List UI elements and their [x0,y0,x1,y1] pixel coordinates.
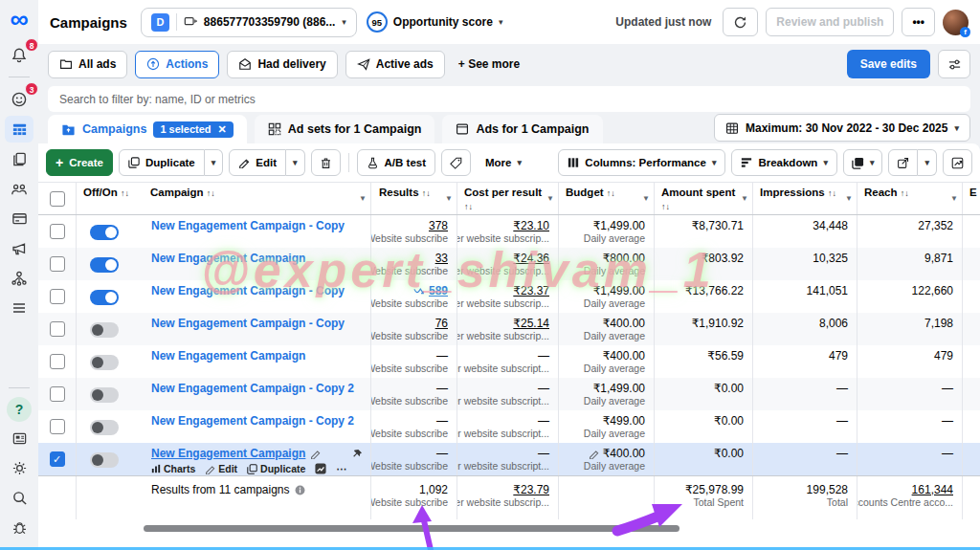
campaign-toggle[interactable] [90,225,119,240]
delete-button[interactable] [311,149,341,176]
sidebar-item-campaigns[interactable] [5,116,33,143]
table-row[interactable]: New Engagement Campaign 33 Website subsc… [38,248,980,280]
campaign-toggle[interactable] [90,322,119,338]
footer-reach-total[interactable]: 161,344 [912,483,953,496]
account-overview-icon[interactable]: 3 [5,86,33,112]
sidebar-item-audiences-icon[interactable] [5,176,33,202]
footer-cost-total[interactable]: ₹23.79 [513,483,549,496]
all-tools-menu-icon[interactable] [5,295,33,320]
date-range-selector[interactable]: Maximum: 30 Nov 2022 - 30 Dec 2025 ▾ [714,114,970,142]
campaign-name-link[interactable]: New Engagement Campaign [151,349,305,363]
cost-per-result-value[interactable]: ₹23.37 [513,284,549,297]
save-edits-button[interactable]: Save edits [847,50,930,78]
row-checkbox[interactable] [50,289,65,304]
info-icon[interactable] [295,485,305,495]
cost-per-result-value[interactable]: ₹24.36 [513,252,549,265]
sidebar-item-billing-icon[interactable] [5,206,33,231]
table-row[interactable]: ✓ New Engagement Campaign Charts Edit Du… [38,443,980,475]
row-checkbox[interactable] [50,386,65,402]
edit-dropdown[interactable]: ▾ [286,149,305,176]
review-and-publish-button[interactable]: Review and publish [766,8,894,36]
clear-selection-icon[interactable]: ✕ [218,123,227,136]
news-icon[interactable] [5,426,33,451]
filter-had-delivery[interactable]: Had delivery [227,51,337,78]
row-duplicate-button[interactable]: Duplicate [247,463,305,474]
tab-ads[interactable]: Ads for 1 Campaign [442,115,602,143]
campaign-name-link[interactable]: New Engagement Campaign - Copy 2 [151,382,354,395]
horizontal-scrollbar[interactable] [38,525,980,533]
results-value[interactable]: 589 [413,284,448,297]
search-input[interactable] [48,86,970,112]
opportunity-score[interactable]: 95 Opportunity score ▾ [367,11,503,33]
header-budget[interactable]: Budget ↑↓▼ [558,183,654,214]
campaign-toggle[interactable] [90,257,119,273]
campaign-name-link[interactable]: New Engagement Campaign - Copy [151,284,345,297]
row-chart-box-button[interactable] [315,463,326,474]
create-button[interactable]: +Create [46,149,113,176]
table-row[interactable]: New Engagement Campaign — Website subscr… [38,345,980,378]
select-all-checkbox[interactable] [50,191,65,207]
campaign-toggle[interactable] [90,452,119,468]
table-row[interactable]: New Engagement Campaign - Copy 378 Websi… [38,215,980,248]
tab-ad-sets[interactable]: Ad sets for 1 Campaign [255,115,435,143]
search-icon[interactable] [5,485,33,511]
table-row[interactable]: New Engagement Campaign - Copy 589 Websi… [38,280,980,313]
user-avatar[interactable]: f [943,10,969,35]
more-button[interactable]: More▾ [477,149,530,176]
meta-logo-icon[interactable]: ∞ [10,0,28,40]
row-more-button[interactable]: ⋯ [336,463,346,474]
help-icon[interactable]: ? [7,397,32,422]
row-checkbox[interactable]: ✓ [50,451,65,467]
bug-report-icon[interactable] [5,515,33,540]
row-checkbox[interactable] [50,224,65,239]
campaign-name-link[interactable]: New Engagement Campaign - Copy 2 [151,414,354,428]
scrollbar-thumb[interactable] [144,525,679,532]
reports-button[interactable]: ▾ [843,149,883,176]
header-cost-per-result[interactable]: Cost per result ↑↓▼ [457,183,558,214]
chart-view-button[interactable] [943,149,972,176]
results-value[interactable]: 76 [435,317,448,330]
chevron-down-icon[interactable]: ▼ [546,194,554,204]
ab-test-button[interactable]: A/B test [357,149,435,176]
edit-button[interactable]: Edit [229,149,286,176]
duplicate-dropdown[interactable]: ▾ [205,149,224,176]
campaign-toggle[interactable] [90,355,119,370]
filter-active-ads[interactable]: Active ads [345,51,445,78]
export-button[interactable] [888,149,918,176]
header-impressions[interactable]: Impressions ↑↓▼ [752,183,857,214]
sidebar-item-advertiser-network-icon[interactable] [5,265,33,291]
campaign-name-link[interactable]: New Engagement Campaign - Copy [151,219,345,232]
campaign-toggle[interactable] [90,290,119,305]
settings-gear-icon[interactable] [5,455,33,481]
see-more-filters[interactable]: + See more [453,57,525,71]
chevron-down-icon[interactable]: ▼ [950,194,958,204]
duplicate-button[interactable]: Duplicate [119,149,205,176]
cost-per-result-value[interactable]: ₹23.10 [513,219,549,232]
chevron-down-icon[interactable]: ▼ [741,194,748,204]
pin-icon[interactable] [352,447,363,460]
tab-campaigns[interactable]: Campaigns 1 selected✕ [48,115,247,143]
ad-account-selector[interactable]: D 886577703359790 (886... ▾ [141,8,357,37]
campaign-toggle[interactable] [90,387,119,403]
more-options-button[interactable]: ••• [902,8,935,36]
header-results[interactable]: Results ↑↓▼ [370,183,457,214]
results-value[interactable]: 378 [429,219,448,232]
header-amount-spent[interactable]: Amount spent ↑↓▼ [654,183,752,214]
chevron-down-icon[interactable]: ▼ [642,194,650,204]
header-campaign[interactable]: Campaign ↑↓▼ [144,183,370,214]
chevron-down-icon[interactable]: ▼ [445,194,453,204]
table-row[interactable]: New Engagement Campaign - Copy 2 — Websi… [38,410,980,443]
header-off-on[interactable]: Off/On ↑↓ [77,183,144,214]
table-row[interactable]: New Engagement Campaign - Copy 76 Websit… [38,313,980,345]
row-charts-button[interactable]: Charts [151,463,195,474]
filter-all-ads[interactable]: All ads [48,51,127,78]
chevron-down-icon[interactable]: ▼ [845,194,853,204]
row-checkbox[interactable] [50,256,65,272]
row-checkbox[interactable] [50,354,65,369]
campaign-name-link[interactable]: New Engagement Campaign [151,252,305,265]
export-dropdown[interactable]: ▾ [918,149,937,176]
filter-actions[interactable]: Actions [135,51,219,78]
sidebar-item-ads-megaphone-icon[interactable] [5,235,33,261]
campaign-toggle[interactable] [90,420,119,435]
columns-button[interactable]: Columns: Performance▾ [558,149,725,176]
